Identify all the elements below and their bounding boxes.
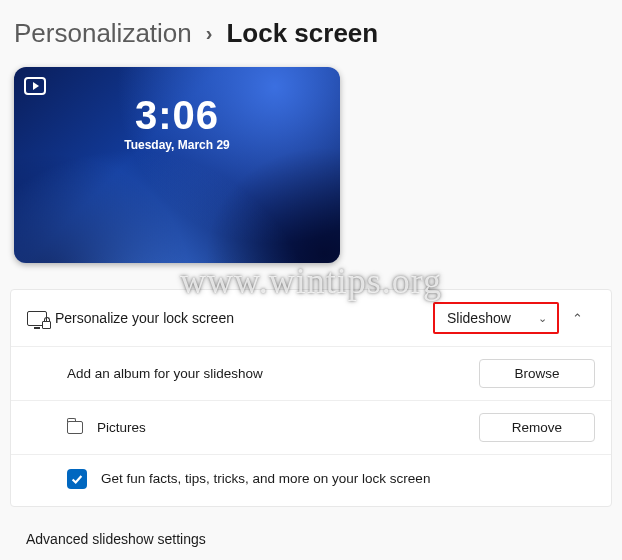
add-album-label: Add an album for your slideshow xyxy=(67,366,479,381)
personalize-lock-screen-card: Personalize your lock screen Slideshow ⌄… xyxy=(10,289,612,507)
advanced-slideshow-row[interactable]: Advanced slideshow settings xyxy=(10,513,612,551)
breadcrumb: Personalization › Lock screen xyxy=(10,12,612,67)
album-folder-name: Pictures xyxy=(97,420,479,435)
breadcrumb-parent[interactable]: Personalization xyxy=(14,18,192,49)
remove-button[interactable]: Remove xyxy=(479,413,595,442)
advanced-slideshow-label: Advanced slideshow settings xyxy=(26,531,596,547)
personalize-label: Personalize your lock screen xyxy=(55,310,433,326)
add-album-row: Add an album for your slideshow Browse xyxy=(11,346,611,400)
breadcrumb-current: Lock screen xyxy=(226,18,378,49)
folder-icon xyxy=(67,421,83,434)
fun-facts-label: Get fun facts, tips, tricks, and more on… xyxy=(101,471,595,486)
preview-clock: 3:06 Tuesday, March 29 xyxy=(14,93,340,152)
monitor-lock-icon xyxy=(27,311,55,326)
fun-facts-checkbox[interactable] xyxy=(67,469,87,489)
album-folder-row: Pictures Remove xyxy=(11,400,611,454)
collapse-chevron-icon[interactable]: ⌃ xyxy=(559,311,595,326)
fun-facts-row: Get fun facts, tips, tricks, and more on… xyxy=(11,454,611,506)
personalize-row: Personalize your lock screen Slideshow ⌄… xyxy=(11,290,611,346)
preview-time: 3:06 xyxy=(14,93,340,138)
dropdown-value: Slideshow xyxy=(447,310,511,326)
chevron-down-icon: ⌄ xyxy=(538,312,547,325)
chevron-right-icon: › xyxy=(206,22,213,45)
personalize-source-dropdown[interactable]: Slideshow ⌄ xyxy=(433,302,559,334)
lock-screen-preview[interactable]: 3:06 Tuesday, March 29 xyxy=(14,67,340,263)
browse-button[interactable]: Browse xyxy=(479,359,595,388)
preview-date: Tuesday, March 29 xyxy=(14,138,340,152)
